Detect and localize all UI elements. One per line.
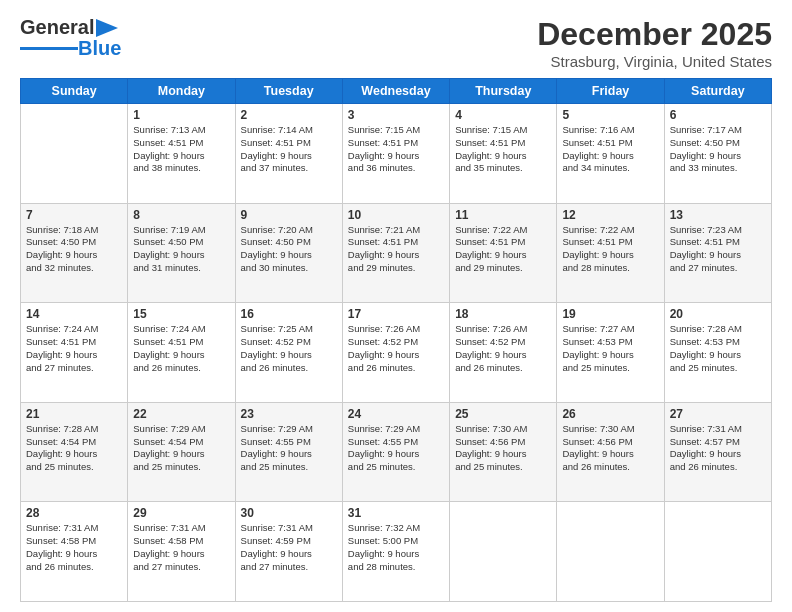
- day-info-line: Sunset: 4:58 PM: [133, 535, 203, 546]
- calendar-cell: 31Sunrise: 7:32 AMSunset: 5:00 PMDayligh…: [342, 502, 449, 602]
- calendar-cell: 26Sunrise: 7:30 AMSunset: 4:56 PMDayligh…: [557, 402, 664, 502]
- day-info: Sunrise: 7:22 AMSunset: 4:51 PMDaylight:…: [562, 224, 658, 275]
- day-number: 12: [562, 208, 658, 222]
- day-number: 8: [133, 208, 229, 222]
- day-info-line: Daylight: 9 hours: [670, 349, 741, 360]
- day-info-line: Daylight: 9 hours: [26, 249, 97, 260]
- calendar-cell: 4Sunrise: 7:15 AMSunset: 4:51 PMDaylight…: [450, 104, 557, 204]
- day-info-line: and 37 minutes.: [241, 162, 309, 173]
- logo-arrow-icon: [96, 19, 118, 37]
- day-info: Sunrise: 7:13 AMSunset: 4:51 PMDaylight:…: [133, 124, 229, 175]
- day-info-line: Sunrise: 7:28 AM: [670, 323, 742, 334]
- calendar-cell: 30Sunrise: 7:31 AMSunset: 4:59 PMDayligh…: [235, 502, 342, 602]
- calendar-cell: 12Sunrise: 7:22 AMSunset: 4:51 PMDayligh…: [557, 203, 664, 303]
- day-info-line: and 30 minutes.: [241, 262, 309, 273]
- day-info-line: Sunset: 4:50 PM: [133, 236, 203, 247]
- day-info-line: Daylight: 9 hours: [133, 349, 204, 360]
- day-info-line: and 27 minutes.: [241, 561, 309, 572]
- day-info-line: Daylight: 9 hours: [348, 548, 419, 559]
- calendar-cell: 14Sunrise: 7:24 AMSunset: 4:51 PMDayligh…: [21, 303, 128, 403]
- day-number: 15: [133, 307, 229, 321]
- day-info-line: Sunset: 4:51 PM: [133, 336, 203, 347]
- day-info-line: Daylight: 9 hours: [455, 349, 526, 360]
- day-info-line: and 35 minutes.: [455, 162, 523, 173]
- day-info-line: Sunset: 4:51 PM: [348, 137, 418, 148]
- day-info-line: and 31 minutes.: [133, 262, 201, 273]
- day-info-line: and 25 minutes.: [241, 461, 309, 472]
- calendar-table: Sunday Monday Tuesday Wednesday Thursday…: [20, 78, 772, 602]
- day-info-line: Daylight: 9 hours: [133, 249, 204, 260]
- day-info-line: Sunset: 4:55 PM: [241, 436, 311, 447]
- day-number: 16: [241, 307, 337, 321]
- day-info-line: Sunset: 4:57 PM: [670, 436, 740, 447]
- day-info-line: Sunset: 4:51 PM: [348, 236, 418, 247]
- day-info-line: and 26 minutes.: [670, 461, 738, 472]
- day-info-line: and 26 minutes.: [241, 362, 309, 373]
- day-info-line: Sunset: 4:56 PM: [562, 436, 632, 447]
- day-number: 21: [26, 407, 122, 421]
- day-info-line: Daylight: 9 hours: [562, 150, 633, 161]
- day-info-line: Daylight: 9 hours: [241, 448, 312, 459]
- calendar-cell: 22Sunrise: 7:29 AMSunset: 4:54 PMDayligh…: [128, 402, 235, 502]
- col-thursday: Thursday: [450, 79, 557, 104]
- day-info-line: Sunset: 4:53 PM: [562, 336, 632, 347]
- day-info-line: Sunset: 4:51 PM: [562, 137, 632, 148]
- day-info: Sunrise: 7:31 AMSunset: 4:58 PMDaylight:…: [26, 522, 122, 573]
- calendar-cell: 2Sunrise: 7:14 AMSunset: 4:51 PMDaylight…: [235, 104, 342, 204]
- day-info-line: Sunrise: 7:18 AM: [26, 224, 98, 235]
- day-info: Sunrise: 7:28 AMSunset: 4:54 PMDaylight:…: [26, 423, 122, 474]
- calendar-week-row: 21Sunrise: 7:28 AMSunset: 4:54 PMDayligh…: [21, 402, 772, 502]
- day-info-line: and 25 minutes.: [26, 461, 94, 472]
- day-info-line: Sunrise: 7:13 AM: [133, 124, 205, 135]
- calendar-cell: 13Sunrise: 7:23 AMSunset: 4:51 PMDayligh…: [664, 203, 771, 303]
- day-info-line: Sunrise: 7:22 AM: [455, 224, 527, 235]
- calendar-week-row: 28Sunrise: 7:31 AMSunset: 4:58 PMDayligh…: [21, 502, 772, 602]
- day-info: Sunrise: 7:21 AMSunset: 4:51 PMDaylight:…: [348, 224, 444, 275]
- day-number: 25: [455, 407, 551, 421]
- day-info-line: Daylight: 9 hours: [133, 150, 204, 161]
- day-info: Sunrise: 7:29 AMSunset: 4:54 PMDaylight:…: [133, 423, 229, 474]
- day-number: 18: [455, 307, 551, 321]
- day-info: Sunrise: 7:29 AMSunset: 4:55 PMDaylight:…: [241, 423, 337, 474]
- calendar-cell: [450, 502, 557, 602]
- day-info-line: and 26 minutes.: [562, 461, 630, 472]
- day-info: Sunrise: 7:15 AMSunset: 4:51 PMDaylight:…: [348, 124, 444, 175]
- day-info: Sunrise: 7:19 AMSunset: 4:50 PMDaylight:…: [133, 224, 229, 275]
- day-info-line: and 25 minutes.: [133, 461, 201, 472]
- day-info-line: Sunset: 4:56 PM: [455, 436, 525, 447]
- day-info-line: and 27 minutes.: [133, 561, 201, 572]
- page: General Blue December 2025 Strasburg, Vi…: [0, 0, 792, 612]
- day-info-line: and 34 minutes.: [562, 162, 630, 173]
- calendar-cell: 28Sunrise: 7:31 AMSunset: 4:58 PMDayligh…: [21, 502, 128, 602]
- day-info-line: Sunset: 4:50 PM: [670, 137, 740, 148]
- day-info-line: and 25 minutes.: [348, 461, 416, 472]
- day-info-line: and 33 minutes.: [670, 162, 738, 173]
- weekday-header-row: Sunday Monday Tuesday Wednesday Thursday…: [21, 79, 772, 104]
- day-info-line: Daylight: 9 hours: [348, 249, 419, 260]
- day-info-line: Daylight: 9 hours: [455, 249, 526, 260]
- day-info-line: Sunrise: 7:19 AM: [133, 224, 205, 235]
- day-info-line: Daylight: 9 hours: [670, 150, 741, 161]
- day-info-line: Sunset: 4:51 PM: [562, 236, 632, 247]
- day-info-line: Sunrise: 7:26 AM: [348, 323, 420, 334]
- day-number: 31: [348, 506, 444, 520]
- day-info-line: Daylight: 9 hours: [562, 249, 633, 260]
- day-info-line: Daylight: 9 hours: [348, 349, 419, 360]
- col-friday: Friday: [557, 79, 664, 104]
- day-number: 24: [348, 407, 444, 421]
- day-number: 13: [670, 208, 766, 222]
- day-info-line: Sunset: 4:54 PM: [26, 436, 96, 447]
- calendar-week-row: 1Sunrise: 7:13 AMSunset: 4:51 PMDaylight…: [21, 104, 772, 204]
- day-info: Sunrise: 7:23 AMSunset: 4:51 PMDaylight:…: [670, 224, 766, 275]
- day-info: Sunrise: 7:18 AMSunset: 4:50 PMDaylight:…: [26, 224, 122, 275]
- day-info: Sunrise: 7:31 AMSunset: 4:58 PMDaylight:…: [133, 522, 229, 573]
- day-info-line: Sunset: 4:51 PM: [26, 336, 96, 347]
- day-info-line: Sunrise: 7:20 AM: [241, 224, 313, 235]
- header: General Blue December 2025 Strasburg, Vi…: [20, 16, 772, 70]
- calendar-cell: 5Sunrise: 7:16 AMSunset: 4:51 PMDaylight…: [557, 104, 664, 204]
- day-number: 9: [241, 208, 337, 222]
- day-number: 17: [348, 307, 444, 321]
- day-number: 1: [133, 108, 229, 122]
- location-subtitle: Strasburg, Virginia, United States: [537, 53, 772, 70]
- calendar-cell: 27Sunrise: 7:31 AMSunset: 4:57 PMDayligh…: [664, 402, 771, 502]
